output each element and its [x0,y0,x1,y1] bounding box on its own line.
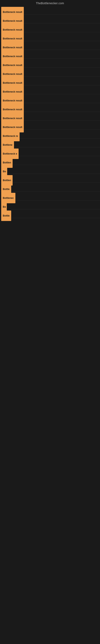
list-item: Bottleneck result [0,32,100,41]
list-item: Bottle [0,209,100,218]
list-item: Bottleneck result [0,112,100,121]
list-item: Bottleneck result [0,41,100,50]
list-item: Bottleneck result [0,68,100,76]
list-item: Bottleneck result [0,103,100,112]
bottleneck-result-badge[interactable]: Bottle [1,210,11,221]
list-item: Bottleneck re [0,130,100,138]
site-title: TheBottlenecker.com [0,0,100,6]
list-item: Bottleneck result [0,85,100,94]
list-item: Bottleneck result [0,6,100,14]
list-item: Bottleneck e [0,147,100,156]
list-item: Bottleneck result [0,50,100,59]
list-item: Bottleneck result [0,59,100,68]
list-item: Bottleneck result [0,94,100,103]
list-item: Bo [0,165,100,174]
list-item: Bottlenec [0,192,100,200]
list-item: Bottleneck result [0,23,100,32]
list-item: Bottleneck result [0,121,100,130]
list-item: Bottle [0,183,100,192]
list-item: Bottleneck result [0,14,100,23]
list-item: Bottlen [0,174,100,183]
list-item: Bottleneck result [0,76,100,85]
